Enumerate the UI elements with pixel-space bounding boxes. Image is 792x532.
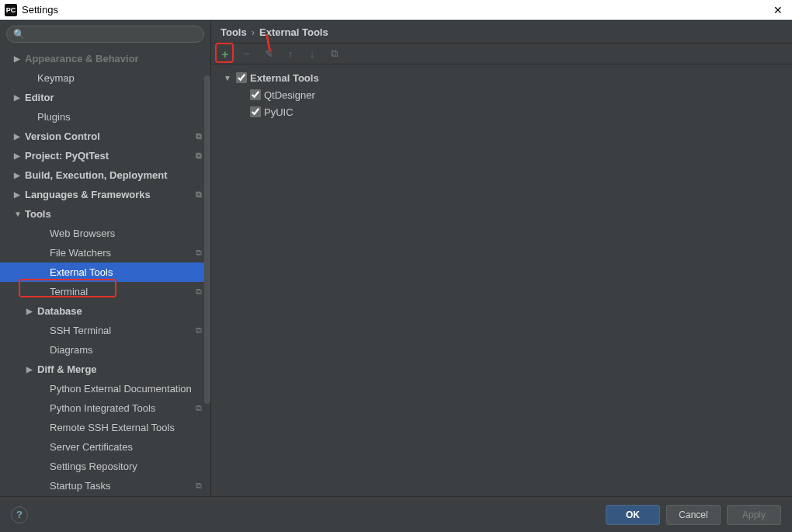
sidebar-item-database[interactable]: ▶Database [0,301,210,321]
sidebar-item-external-tools[interactable]: External Tools [0,263,210,282]
sidebar-item-project-pyqttest[interactable]: ▶Project: PyQtTest⧉ [0,146,210,165]
chevron-right-icon[interactable] [26,113,36,121]
sidebar-scrollbar[interactable] [204,75,210,496]
chevron-right-icon[interactable]: ▶ [26,365,36,374]
project-scope-icon: ⧉ [193,481,204,492]
search-input[interactable] [28,29,197,40]
sidebar-search[interactable]: 🔍 [6,26,204,43]
chevron-right-icon[interactable] [39,326,48,335]
chevron-down-icon[interactable]: ▼ [224,74,233,82]
sidebar-item-python-external-documentation[interactable]: Python External Documentation [0,379,210,398]
sidebar-item-tools[interactable]: ▼Tools [0,204,210,224]
sidebar-item-diagrams[interactable]: Diagrams [0,340,210,360]
chevron-down-icon[interactable]: ▼ [14,210,23,218]
sidebar-item-server-certificates[interactable]: Server Certificates [0,437,210,457]
external-tool-item-qtdesigner[interactable]: QtDesigner [217,86,786,103]
sidebar-scrollbar-thumb[interactable] [204,75,210,404]
sidebar-item-diff-merge[interactable]: ▶Diff & Merge [0,360,210,379]
move-down-button[interactable]: ↓ [304,46,320,61]
chevron-right-icon[interactable]: ▶ [14,190,23,199]
project-scope-icon: ⧉ [193,151,204,162]
chevron-right-icon[interactable]: ▶ [26,307,36,315]
sidebar-item-label: Build, Execution, Deployment [25,169,167,181]
chevron-right-icon[interactable] [39,404,48,412]
cancel-button[interactable]: Cancel [666,505,721,525]
settings-tree: ▶Appearance & Behavior Keymap▶Editor Plu… [0,47,210,496]
sidebar-item-version-control[interactable]: ▶Version Control⧉ [0,127,210,146]
chevron-right-icon[interactable] [39,287,48,296]
apply-button[interactable]: Apply [727,505,781,525]
sidebar-item-label: Plugins [37,111,71,123]
external-tool-label: PyUIC [264,106,294,118]
sidebar-item-label: Remote SSH External Tools [50,422,175,433]
sidebar-item-startup-tasks[interactable]: Startup Tasks⧉ [0,476,210,495]
breadcrumb-root[interactable]: Tools [221,26,247,38]
chevron-right-icon[interactable]: ▶ [14,93,23,102]
breadcrumb-separator: › [252,26,255,38]
chevron-right-icon[interactable] [39,346,48,354]
sidebar-item-label: Appearance & Behavior [25,53,139,64]
chevron-right-icon[interactable] [39,462,48,471]
chevron-right-icon[interactable] [39,443,48,451]
sidebar-item-label: Web Browsers [50,228,115,239]
edit-button[interactable]: ✎ [261,46,276,61]
chevron-right-icon[interactable]: ▶ [14,132,23,141]
project-scope-icon: ⧉ [193,248,204,259]
project-scope-icon: ⧉ [193,287,204,297]
sidebar-item-plugins[interactable]: Plugins [0,107,210,127]
chevron-right-icon[interactable] [26,74,36,82]
sidebar-item-label: SSH Terminal [50,325,111,336]
chevron-right-icon[interactable] [39,423,48,432]
window-close-button[interactable]: ✕ [769,4,787,16]
chevron-right-icon[interactable]: ▶ [14,54,23,63]
external-tools-root-checkbox[interactable] [236,72,247,83]
chevron-right-icon[interactable] [39,384,48,393]
sidebar-item-label: External Tools [50,266,113,278]
chevron-right-icon[interactable]: ▶ [14,171,23,179]
chevron-right-icon[interactable] [39,482,48,490]
toolbar: + − ✎ ↑ ↓ ⧉ [211,43,792,64]
sidebar-item-appearance-behavior[interactable]: ▶Appearance & Behavior [0,49,210,68]
move-up-button[interactable]: ↑ [283,46,298,61]
project-scope-icon: ⧉ [193,131,204,142]
sidebar-item-file-watchers[interactable]: File Watchers⧉ [0,243,210,263]
sidebar-item-label: Settings Repository [50,461,137,472]
sidebar-item-python-integrated-tools[interactable]: Python Integrated Tools⧉ [0,398,210,418]
breadcrumb: Tools › External Tools [211,21,792,43]
sidebar-item-label: Terminal [50,286,88,297]
sidebar-item-label: Version Control [25,130,100,142]
external-tool-checkbox[interactable] [250,106,261,117]
external-tools-root[interactable]: ▼ External Tools [217,69,786,86]
settings-sidebar: 🔍 ▶Appearance & Behavior Keymap▶Editor P… [0,21,211,496]
sidebar-item-languages-frameworks[interactable]: ▶Languages & Frameworks⧉ [0,185,210,204]
sidebar-item-build-execution-deployment[interactable]: ▶Build, Execution, Deployment [0,165,210,185]
sidebar-item-label: Database [37,305,82,317]
sidebar-item-terminal[interactable]: Terminal⧉ [0,282,210,301]
sidebar-item-label: Python Integrated Tools [50,402,155,414]
project-scope-icon: ⧉ [193,325,204,336]
sidebar-item-label: Diff & Merge [37,363,97,375]
remove-button[interactable]: − [239,46,255,61]
external-tool-item-pyuic[interactable]: PyUIC [217,103,786,120]
help-button[interactable]: ? [11,506,28,523]
sidebar-item-editor[interactable]: ▶Editor [0,88,210,107]
chevron-right-icon[interactable]: ▶ [14,151,23,160]
add-button[interactable]: + [217,46,233,61]
sidebar-item-settings-repository[interactable]: Settings Repository [0,457,210,476]
copy-button[interactable]: ⧉ [326,46,342,61]
sidebar-item-web-browsers[interactable]: Web Browsers [0,224,210,243]
sidebar-item-remote-ssh-external-tools[interactable]: Remote SSH External Tools [0,418,210,437]
window-title: Settings [22,4,769,16]
chevron-right-icon[interactable] [39,229,48,238]
sidebar-item-ssh-terminal[interactable]: SSH Terminal⧉ [0,321,210,340]
sidebar-item-label: Diagrams [50,344,93,356]
sidebar-item-label: Startup Tasks [50,480,111,492]
sidebar-item-keymap[interactable]: Keymap [0,68,210,88]
external-tool-checkbox[interactable] [250,89,261,100]
app-icon: PC [5,4,17,16]
chevron-right-icon[interactable] [39,249,48,257]
sidebar-item-label: Tools [25,208,51,220]
ok-button[interactable]: OK [606,505,660,525]
external-tool-label: QtDesigner [264,89,315,101]
chevron-right-icon[interactable] [39,268,48,276]
